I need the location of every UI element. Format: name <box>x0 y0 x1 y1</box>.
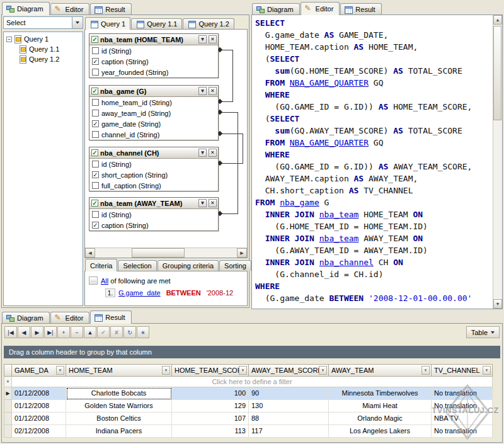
tab-sorting[interactable]: Sorting <box>219 260 251 271</box>
criteria-row-number[interactable]: 1. <box>105 288 115 297</box>
scrollbar-track[interactable] <box>95 248 237 258</box>
cell[interactable]: 90 <box>249 387 329 400</box>
diagram-table-header[interactable]: ✓nba_channel (CH)▾× <box>89 147 218 159</box>
criteria-field-link[interactable]: G.game_date <box>118 289 161 297</box>
field-checkbox[interactable]: ✓ <box>92 58 99 65</box>
tab-result[interactable]: Result <box>90 3 131 14</box>
field-row[interactable]: ✓game_date (String) <box>89 118 218 129</box>
cell[interactable]: Los Angeles Lakers <box>329 425 432 438</box>
cell[interactable]: 107 <box>172 413 249 425</box>
filter-button[interactable]: ∗ <box>137 326 149 338</box>
cell[interactable]: 02/12/2008 <box>12 425 66 438</box>
sql-table-link[interactable]: nba_channel <box>319 258 374 267</box>
table-close-button[interactable]: × <box>209 87 217 95</box>
table-row[interactable]: 01/12/2008Golden State Warriors129130Mia… <box>4 400 500 413</box>
scroll-up-button[interactable]: ▲ <box>493 15 502 25</box>
table-checkbox[interactable]: ✓ <box>91 149 98 156</box>
cell[interactable]: No translation <box>432 400 493 413</box>
cell[interactable]: 88 <box>249 413 329 425</box>
filter-dropdown-icon[interactable]: ▼ <box>421 366 430 375</box>
cell[interactable]: 01/12/2008 <box>12 387 66 400</box>
prior-record-button[interactable]: ◀ <box>18 326 30 338</box>
table-row[interactable]: 02/12/2008Indiana Pacers113117Los Angele… <box>4 425 500 438</box>
sql-table-link[interactable]: nba_game <box>280 198 319 207</box>
column-header-game-da[interactable]: GAME_DA▼ <box>12 364 66 377</box>
delete-record-button[interactable]: − <box>71 326 83 338</box>
column-header-home-team[interactable]: HOME_TEAM▼ <box>66 364 172 377</box>
criteria-value[interactable]: '2008-12 <box>207 289 233 297</box>
table-close-button[interactable]: × <box>209 199 217 207</box>
post-edit-button[interactable]: ✔ <box>97 326 110 338</box>
table-menu-button[interactable]: ▾ <box>198 35 207 43</box>
cell[interactable]: 129 <box>172 400 249 413</box>
cell[interactable]: 113 <box>172 425 249 438</box>
table-menu-button[interactable]: ▾ <box>198 199 207 207</box>
insert-record-button[interactable]: + <box>57 326 70 338</box>
scroll-right-button[interactable]: ▶ <box>237 248 247 258</box>
cell[interactable]: 01/12/2008 <box>12 413 66 425</box>
filter-row-text[interactable]: Click here to define a filter <box>12 377 493 387</box>
field-row[interactable]: year_founded (String) <box>89 67 218 77</box>
cancel-edit-button[interactable]: ✘ <box>110 326 123 338</box>
table-menu-button[interactable]: ▾ <box>198 87 207 95</box>
tab-result[interactable]: Result <box>340 3 381 14</box>
field-row[interactable]: full_caption (String) <box>89 180 218 191</box>
statement-select-combo[interactable]: Select <box>3 16 83 29</box>
field-checkbox[interactable] <box>92 161 99 168</box>
tree-item-query-1-1[interactable]: Query 1.1 <box>5 44 81 54</box>
tab-diagram[interactable]: Diagram <box>2 2 50 15</box>
row-selector[interactable] <box>4 413 12 425</box>
cell[interactable]: 01/12/2008 <box>12 400 66 413</box>
field-checkbox[interactable]: ✓ <box>92 171 99 178</box>
tab-editor[interactable]: Editor <box>301 2 340 15</box>
vertical-scrollbar[interactable]: ▲ ▼ <box>493 15 502 309</box>
tab-selection[interactable]: Selection <box>118 260 156 271</box>
table-row[interactable]: 01/12/2008Boston Celtics10788Orlando Mag… <box>4 413 500 425</box>
filter-dropdown-icon[interactable]: ▼ <box>162 366 170 375</box>
sql-table-link[interactable]: nba_team <box>319 210 359 219</box>
field-checkbox[interactable] <box>92 47 99 54</box>
cell[interactable]: Minnesota Timberwolves <box>329 387 432 400</box>
tree-item-query-1-2[interactable]: Query 1.2 <box>5 54 81 64</box>
field-checkbox[interactable] <box>92 99 99 106</box>
field-row[interactable]: id (String) <box>89 209 218 220</box>
last-record-button[interactable]: ▶| <box>44 326 57 338</box>
sql-table-link[interactable]: NBA_GAME_QUARTER <box>290 138 369 147</box>
tab-criteria[interactable]: Criteria <box>85 259 117 271</box>
diagram-table-header[interactable]: ✓nba_team (HOME_TEAM)▾× <box>89 34 218 45</box>
filter-dropdown-icon[interactable]: ▼ <box>319 366 327 375</box>
field-checkbox[interactable] <box>92 110 99 117</box>
criteria-all-link[interactable]: All <box>101 277 108 285</box>
field-checkbox[interactable]: ✓ <box>92 222 99 229</box>
column-header-away-team-score[interactable]: AWAY_TEAM_SCORE▼ <box>249 364 329 377</box>
row-selector[interactable] <box>4 425 12 438</box>
scrollbar-thumb[interactable] <box>493 26 501 120</box>
cell[interactable]: NBA TV <box>432 413 493 425</box>
cell[interactable]: 130 <box>249 400 329 413</box>
filter-dropdown-icon[interactable]: ▼ <box>56 366 64 375</box>
tab-query-1-1[interactable]: Query 1.1 <box>131 18 182 29</box>
tree-expander-icon[interactable]: − <box>6 37 12 42</box>
field-row[interactable]: home_team_id (String) <box>89 97 218 108</box>
tab-query-1[interactable]: Query 1 <box>85 17 130 30</box>
table-checkbox[interactable]: ✓ <box>91 88 98 94</box>
diagram-table-header[interactable]: ✓nba_team (AWAY_TEAM)▾× <box>89 198 218 209</box>
table-checkbox[interactable]: ✓ <box>91 36 98 43</box>
tree-item-query-1[interactable]: − Query 1 <box>5 34 81 44</box>
row-selector[interactable]: ▶ <box>4 387 12 400</box>
criteria-operator[interactable]: BETWEEN <box>166 289 201 297</box>
table-close-button[interactable]: × <box>209 149 217 157</box>
table-view-button[interactable]: Table <box>466 326 500 338</box>
cell[interactable]: 117 <box>249 425 329 438</box>
filter-dropdown-icon[interactable]: ▼ <box>483 366 491 375</box>
table-checkbox[interactable]: ✓ <box>91 200 98 207</box>
cell[interactable]: No translation <box>432 387 493 400</box>
scrollbar-thumb[interactable] <box>132 248 185 258</box>
tab-grouping-criteria[interactable]: Grouping criteria <box>158 260 219 271</box>
table-close-button[interactable]: × <box>209 35 217 43</box>
field-row[interactable]: id (String) <box>89 159 218 169</box>
grid-filter-row[interactable]: ▼ Click here to define a filter <box>4 377 500 387</box>
tab-query-1-2[interactable]: Query 1.2 <box>183 18 234 29</box>
field-checkbox[interactable] <box>92 69 99 76</box>
scrollbar-track[interactable] <box>493 25 502 299</box>
